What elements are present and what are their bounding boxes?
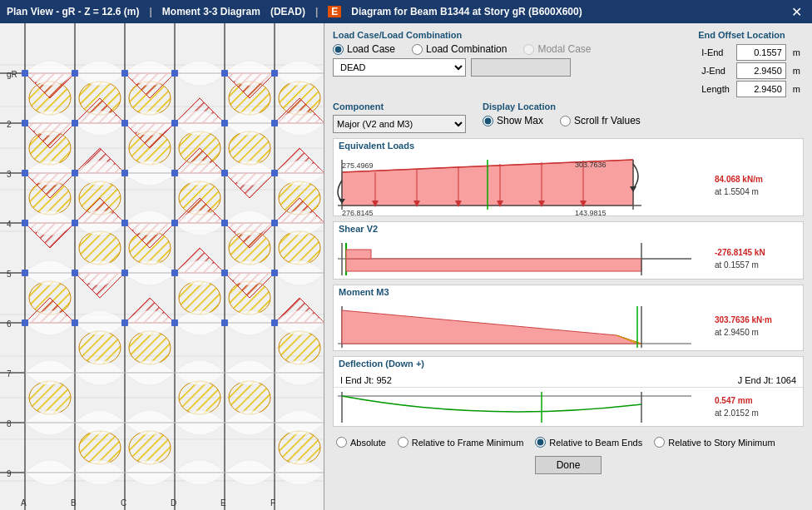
scroll-values-radio[interactable]	[560, 116, 571, 126]
j-end-unit: m	[790, 62, 804, 80]
load-case-radio[interactable]	[333, 44, 344, 55]
svg-point-47	[179, 281, 220, 314]
relative-frame-radio[interactable]	[398, 437, 408, 448]
equivalent-loads-label: Equivalent Loads	[334, 139, 803, 152]
svg-rect-83	[22, 70, 28, 77]
structural-svg: gR 2 3 4 5 6 7 8 9 A B C D E F Relative …	[0, 23, 324, 510]
load-case-radio-item[interactable]: Load Case	[333, 43, 395, 55]
display-location-label: Display Location	[483, 102, 641, 111]
svg-rect-105	[221, 220, 228, 226]
modal-case-radio[interactable]	[523, 44, 534, 55]
absolute-radio-item[interactable]: Absolute	[336, 437, 386, 448]
svg-rect-91	[121, 120, 128, 126]
component-dropdown[interactable]: Major (V2 and M3)	[333, 115, 466, 133]
eq-loads-side-values: 84.068 kN/m at 1.5504 m	[711, 156, 803, 215]
svg-rect-162	[346, 259, 641, 271]
right-panel: Load Case/Load Combination Load Case Loa…	[324, 23, 812, 510]
show-max-radio[interactable]	[483, 116, 493, 126]
length-label: Length	[698, 80, 733, 98]
svg-rect-101	[22, 220, 28, 226]
moment-m3-section: Moment M3	[333, 285, 804, 351]
i-end-value[interactable]	[736, 44, 786, 61]
load-case-section-label: Load Case/Load Combination	[333, 30, 591, 40]
svg-text:4: 4	[7, 220, 12, 229]
moment-m3-svg	[334, 302, 691, 350]
svg-rect-104	[171, 220, 178, 226]
scroll-values-radio-item[interactable]: Scroll fr Values	[560, 115, 641, 126]
svg-text:8: 8	[7, 419, 12, 428]
end-offset-table: I-End m J-End m Length m	[698, 43, 804, 98]
svg-rect-102	[72, 220, 78, 226]
shear-value1: -276.8145 kN	[715, 246, 765, 259]
relative-beam-radio-item[interactable]: Relative to Beam Ends	[535, 437, 642, 448]
shear-value2: at 0.1557 m	[715, 259, 759, 271]
shear-side-values: -276.8145 kN at 0.1557 m	[711, 239, 803, 279]
moment-value2: at 2.9450 m	[715, 326, 759, 339]
j-end-value[interactable]	[736, 62, 786, 79]
svg-rect-84	[72, 70, 78, 77]
svg-point-49	[79, 331, 121, 364]
load-combination-input[interactable]	[471, 58, 571, 77]
svg-text:E: E	[220, 498, 226, 508]
relative-frame-radio-item[interactable]: Relative to Frame Minimum	[398, 437, 523, 448]
load-combination-radio[interactable]	[412, 44, 423, 55]
svg-text:143.9815: 143.9815	[575, 209, 607, 215]
j-end-label: J-End	[698, 62, 733, 80]
relative-story-radio[interactable]	[654, 437, 665, 448]
done-row: Done	[333, 453, 804, 478]
deflection-value1: 0.547 mm	[715, 394, 753, 407]
eq-loads-value2: at 1.5504 m	[715, 186, 759, 198]
svg-point-56	[129, 431, 171, 464]
show-max-radio-item[interactable]: Show Max	[483, 115, 543, 126]
svg-text:275.4969: 275.4969	[342, 161, 374, 170]
svg-text:B: B	[71, 498, 77, 508]
absolute-radio[interactable]	[336, 437, 347, 448]
svg-rect-103	[121, 220, 128, 226]
load-combination-radio-item[interactable]: Load Combination	[412, 43, 507, 55]
svg-rect-88	[271, 70, 278, 77]
svg-rect-112	[271, 270, 278, 276]
shear-v2-section: Shear V2	[333, 221, 804, 280]
end-offset-section: End Offset Location I-End m J-End m	[698, 30, 804, 98]
moment-diagram-title: Moment 3-3 Diagram	[162, 6, 260, 17]
done-button[interactable]: Done	[535, 456, 602, 474]
e-icon: E	[328, 6, 341, 17]
svg-point-53	[179, 381, 220, 414]
svg-rect-107	[22, 270, 28, 276]
dead-label: (DEAD)	[270, 6, 305, 17]
svg-text:2: 2	[7, 120, 12, 129]
shear-v2-svg	[334, 239, 691, 279]
svg-rect-117	[221, 319, 228, 326]
relative-beam-radio[interactable]	[535, 437, 546, 448]
length-value[interactable]	[736, 81, 786, 97]
modal-case-radio-item[interactable]: Modal Case	[523, 43, 591, 55]
svg-rect-95	[22, 170, 28, 176]
svg-text:276.8145: 276.8145	[342, 209, 374, 215]
relative-story-radio-item[interactable]: Relative to Story Minimum	[654, 437, 775, 448]
i-end-label: I-End	[698, 43, 733, 62]
svg-text:F: F	[270, 498, 275, 508]
svg-text:5: 5	[7, 270, 12, 279]
svg-text:gR: gR	[7, 70, 17, 79]
svg-rect-118	[271, 319, 278, 326]
close-button[interactable]: ✕	[788, 4, 805, 20]
svg-rect-163	[346, 250, 371, 259]
svg-rect-96	[72, 170, 78, 176]
svg-point-37	[229, 131, 270, 165]
svg-rect-111	[221, 270, 228, 276]
load-case-dropdown[interactable]: DEAD	[333, 58, 466, 77]
beam-diagram-title: Diagram for Beam B1344 at Story gR (B600…	[351, 6, 582, 17]
equivalent-loads-section: Equivalent Loads	[333, 138, 804, 216]
svg-rect-100	[271, 170, 278, 176]
deflection-ends: I End Jt: 952 J End Jt: 1064	[334, 374, 803, 388]
svg-text:D: D	[171, 498, 176, 508]
svg-rect-90	[72, 120, 78, 126]
component-section: Component Major (V2 and M3)	[333, 102, 466, 133]
load-case-section: Load Case/Load Combination Load Case Loa…	[333, 30, 591, 98]
eq-loads-value1: 84.068 kN/m	[715, 173, 763, 186]
svg-rect-115	[121, 319, 128, 326]
svg-text:7: 7	[7, 369, 12, 379]
length-unit: m	[790, 80, 804, 98]
deflection-section: Deflection (Down +) I End Jt: 952 J End …	[333, 356, 804, 427]
svg-rect-114	[72, 319, 78, 326]
